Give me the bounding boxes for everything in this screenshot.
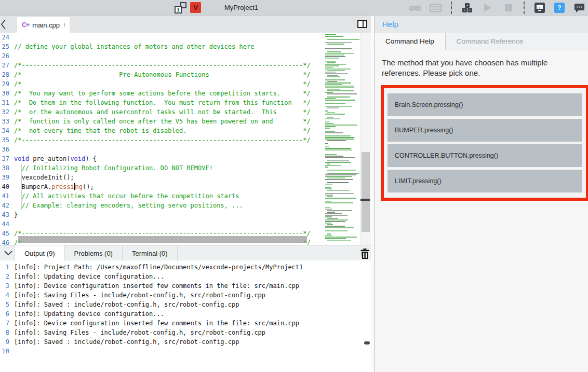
trash-icon — [360, 249, 369, 259]
overview-cursor-marker — [360, 199, 370, 201]
window-title: MyProject1 — [224, 0, 258, 16]
code-line: 39 vexcodeInit(); — [0, 173, 370, 182]
help-body: The method that you have choosen has mul… — [375, 50, 588, 201]
stop-icon[interactable] — [502, 2, 515, 14]
feedback-icon[interactable] — [573, 2, 585, 14]
brain-preview-icon[interactable] — [430, 2, 442, 14]
code-line: 35/*------------------------------------… — [0, 135, 370, 145]
tab-command-help[interactable]: Command Help — [375, 33, 446, 50]
back-chevron-icon[interactable] — [1, 18, 11, 31]
toolbar-actions: ? — [409, 0, 585, 16]
code-line: 43} — [0, 210, 370, 219]
cpp-file-icon: C+ — [22, 21, 29, 29]
tab-filename: main.cpp — [32, 21, 60, 29]
controller-icon[interactable] — [409, 2, 421, 14]
help-options-box: Brain.Screen.pressing()BUMPER.pressing()… — [381, 85, 588, 201]
console-line: 10 — [0, 347, 370, 356]
help-title: Help — [382, 20, 398, 29]
help-option-button[interactable]: BUMPER.pressing() — [387, 119, 582, 142]
console-area[interactable]: 1[info]: Project Path: /Users/maxoffline… — [0, 261, 370, 372]
build-icon[interactable] — [461, 2, 473, 14]
help-message: The method that you have choosen has mul… — [382, 58, 570, 78]
editor-hscrollbar[interactable] — [18, 236, 307, 243]
help-option-button[interactable]: CONTROLLER.BUTTON.pressing() — [387, 144, 582, 167]
code-line: 26 — [0, 51, 370, 61]
console-scroll-indicator[interactable] — [364, 341, 370, 345]
tab-problems[interactable]: Problems (0) — [65, 245, 123, 261]
editor-tab-main-cpp[interactable]: C+ main.cpp — [17, 17, 70, 33]
code-line: 29/* */ — [0, 79, 370, 89]
code-line: 41 // All activities that occur before t… — [0, 191, 370, 201]
top-toolbar: 1 V MyProject1 — [0, 0, 588, 16]
modified-dot-icon — [64, 23, 65, 27]
play-icon[interactable] — [482, 2, 494, 14]
toolbar-separator — [524, 2, 525, 14]
code-line: 38 // Initializing Robot Configuration. … — [0, 163, 370, 173]
code-editor: 2425// define your global instances of m… — [0, 33, 370, 245]
console-line: 6[info]: Updating device configuration..… — [0, 309, 370, 319]
console-line: 7[info]: Device configuration inserted f… — [0, 319, 370, 328]
help-icon[interactable]: ? — [554, 3, 565, 13]
code-line: 44 — [0, 219, 370, 229]
console-line: 1[info]: Project Path: /Users/maxoffline… — [0, 263, 370, 272]
help-options: Brain.Screen.pressing()BUMPER.pressing()… — [386, 93, 584, 192]
console-line: 9[info]: Saved : include/robot-config.h,… — [0, 337, 370, 347]
split-editor-icon[interactable] — [357, 20, 367, 28]
tab-output[interactable]: Output (9) — [15, 245, 65, 261]
vscrollbar-thumb[interactable] — [362, 152, 370, 232]
editor-tabbar: C+ main.cpp — [0, 16, 374, 33]
code-line: 27/*------------------------------------… — [0, 61, 370, 70]
help-panel: Help Command Help Command Reference The … — [374, 16, 588, 372]
console-line: 3[info]: Device configuration inserted f… — [0, 281, 370, 291]
vex-logo-icon[interactable]: V — [190, 2, 201, 13]
code-line: 40 BumperA.pressing(); — [0, 182, 370, 191]
code-line: 36 — [0, 145, 370, 154]
tab-terminal[interactable]: Terminal (0) — [123, 245, 178, 261]
bottom-tabs: Output (9)Problems (0)Terminal (0) — [15, 245, 178, 261]
help-option-button[interactable]: LIMIT.pressing() — [387, 170, 582, 192]
code-line: 34/* not every time that the robot is di… — [0, 126, 370, 135]
code-line: 42 // Example: clearing encoders, settin… — [0, 201, 370, 210]
editor-vscrollbar[interactable] — [360, 33, 370, 245]
code-line: 33/* function is only called once after … — [0, 117, 370, 126]
code-line: 30/* You may want to perform some action… — [0, 89, 370, 98]
code-line: 37void pre_auton(void) { — [0, 154, 370, 163]
console-line: 4[info]: Saving Files - include/robot-co… — [0, 291, 370, 300]
console-line: 2[info]: Updating device configuration..… — [0, 272, 370, 281]
slot-number: 1 — [175, 6, 182, 13]
code-line: 32/* or the autonomous and usercontrol t… — [0, 107, 370, 117]
tab-command-reference[interactable]: Command Reference — [446, 33, 534, 50]
help-tabs: Command Help Command Reference — [375, 33, 588, 50]
console-line: 5[info]: Saved : include/robot-config.h,… — [0, 300, 370, 309]
device-info-icon[interactable] — [533, 2, 546, 14]
code-area[interactable]: 2425// define your global instances of m… — [0, 33, 370, 245]
code-line: 25// define your global instances of mot… — [0, 42, 370, 51]
bottom-panel: Output (9)Problems (0)Terminal (0) 1[inf… — [0, 245, 374, 372]
help-header: Help — [375, 16, 588, 33]
console-line: 8[info]: Saving Files - include/robot-co… — [0, 328, 370, 337]
bottom-tabstrip: Output (9)Problems (0)Terminal (0) — [0, 245, 374, 260]
code-line: 28/* Pre-Autonomous Functions */ — [0, 70, 370, 79]
help-option-button[interactable]: Brain.Screen.pressing() — [387, 93, 582, 116]
code-line: 31/* Do them in the following function. … — [0, 98, 370, 107]
toolbar-separator — [451, 2, 452, 14]
panel-collapse-icon[interactable] — [2, 246, 15, 260]
clear-console-button[interactable] — [359, 248, 370, 259]
minimap[interactable] — [324, 34, 360, 244]
slot-1-icon[interactable]: 1 — [175, 2, 186, 13]
code-line: 24 — [0, 33, 370, 42]
